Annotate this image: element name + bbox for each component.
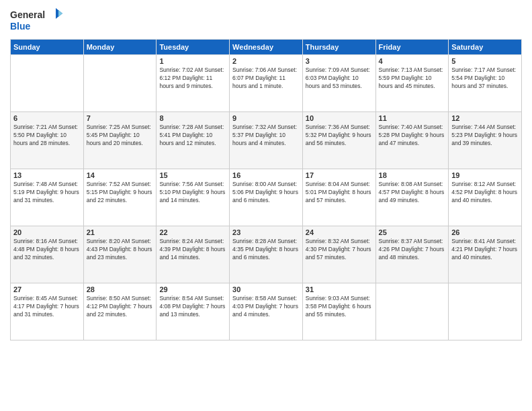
calendar-cell: 23Sunrise: 8:28 AM Sunset: 4:35 PM Dayli…: [230, 226, 303, 283]
day-info: Sunrise: 7:28 AM Sunset: 5:41 PM Dayligh…: [159, 124, 226, 148]
calendar-cell: 16Sunrise: 8:00 AM Sunset: 5:06 PM Dayli…: [230, 169, 303, 226]
calendar-cell: 4Sunrise: 7:13 AM Sunset: 5:59 PM Daylig…: [375, 55, 449, 112]
day-info: Sunrise: 8:24 AM Sunset: 4:39 PM Dayligh…: [159, 238, 226, 262]
day-number: 20: [13, 228, 81, 236]
calendar-cell: 12Sunrise: 7:44 AM Sunset: 5:23 PM Dayli…: [449, 112, 522, 169]
day-number: 12: [451, 114, 519, 122]
day-info: Sunrise: 7:13 AM Sunset: 5:59 PM Dayligh…: [379, 66, 446, 91]
day-number: 15: [159, 171, 226, 179]
calendar-cell: 17Sunrise: 8:04 AM Sunset: 5:01 PM Dayli…: [302, 169, 375, 226]
day-info: Sunrise: 8:37 AM Sunset: 4:26 PM Dayligh…: [379, 238, 446, 262]
svg-text:Blue: Blue: [10, 21, 31, 32]
day-number: 6: [13, 114, 81, 122]
calendar-cell: 21Sunrise: 8:20 AM Sunset: 4:43 PM Dayli…: [83, 226, 157, 283]
day-number: 22: [159, 228, 226, 236]
day-number: 10: [306, 114, 373, 122]
day-info: Sunrise: 7:21 AM Sunset: 5:50 PM Dayligh…: [13, 124, 81, 148]
weekday-header-row: SundayMondayTuesdayWednesdayThursdayFrid…: [11, 40, 522, 55]
day-info: Sunrise: 7:02 AM Sunset: 6:12 PM Dayligh…: [159, 66, 226, 91]
day-info: Sunrise: 8:00 AM Sunset: 5:06 PM Dayligh…: [232, 181, 300, 205]
calendar-cell: 20Sunrise: 8:16 AM Sunset: 4:48 PM Dayli…: [11, 226, 84, 283]
day-number: 2: [232, 57, 300, 65]
calendar-cell: 18Sunrise: 8:08 AM Sunset: 4:57 PM Dayli…: [375, 169, 449, 226]
calendar-cell: 10Sunrise: 7:36 AM Sunset: 5:32 PM Dayli…: [302, 112, 375, 169]
day-info: Sunrise: 7:25 AM Sunset: 5:45 PM Dayligh…: [87, 124, 154, 148]
day-number: 14: [87, 171, 154, 179]
calendar-cell: 2Sunrise: 7:06 AM Sunset: 6:07 PM Daylig…: [230, 55, 303, 112]
day-info: Sunrise: 7:06 AM Sunset: 6:07 PM Dayligh…: [232, 66, 300, 91]
day-number: 28: [87, 285, 154, 293]
weekday-header-friday: Friday: [375, 40, 449, 55]
calendar-cell: [375, 283, 449, 340]
calendar-cell: 14Sunrise: 7:52 AM Sunset: 5:15 PM Dayli…: [83, 169, 157, 226]
day-info: Sunrise: 8:12 AM Sunset: 4:52 PM Dayligh…: [451, 181, 519, 205]
calendar-cell: 7Sunrise: 7:25 AM Sunset: 5:45 PM Daylig…: [83, 112, 157, 169]
day-info: Sunrise: 8:41 AM Sunset: 4:21 PM Dayligh…: [451, 238, 519, 262]
calendar-cell: 1Sunrise: 7:02 AM Sunset: 6:12 PM Daylig…: [157, 55, 230, 112]
day-info: Sunrise: 7:52 AM Sunset: 5:15 PM Dayligh…: [87, 181, 154, 205]
day-info: Sunrise: 9:03 AM Sunset: 3:58 PM Dayligh…: [306, 295, 373, 319]
day-number: 1: [159, 57, 226, 65]
generalblue-logo-icon: General Blue: [10, 7, 64, 34]
calendar-cell: 26Sunrise: 8:41 AM Sunset: 4:21 PM Dayli…: [449, 226, 522, 283]
day-number: 11: [379, 114, 446, 122]
weekday-header-saturday: Saturday: [449, 40, 522, 55]
day-number: 25: [379, 228, 446, 236]
page-container: General Blue SundayMondayTuesdayWednesda…: [0, 0, 532, 411]
calendar-cell: 19Sunrise: 8:12 AM Sunset: 4:52 PM Dayli…: [449, 169, 522, 226]
day-info: Sunrise: 8:54 AM Sunset: 4:08 PM Dayligh…: [159, 295, 226, 319]
calendar-table: SundayMondayTuesdayWednesdayThursdayFrid…: [10, 39, 522, 340]
day-info: Sunrise: 8:32 AM Sunset: 4:30 PM Dayligh…: [306, 238, 373, 262]
week-row-3: 13Sunrise: 7:48 AM Sunset: 5:19 PM Dayli…: [11, 169, 522, 226]
week-row-2: 6Sunrise: 7:21 AM Sunset: 5:50 PM Daylig…: [11, 112, 522, 169]
calendar-cell: 31Sunrise: 9:03 AM Sunset: 3:58 PM Dayli…: [302, 283, 375, 340]
day-number: 8: [159, 114, 226, 122]
day-number: 24: [306, 228, 373, 236]
day-number: 31: [306, 285, 373, 293]
calendar-cell: 22Sunrise: 8:24 AM Sunset: 4:39 PM Dayli…: [157, 226, 230, 283]
day-number: 17: [306, 171, 373, 179]
day-info: Sunrise: 7:56 AM Sunset: 5:10 PM Dayligh…: [159, 181, 226, 205]
header: General Blue: [10, 7, 522, 34]
day-info: Sunrise: 7:32 AM Sunset: 5:37 PM Dayligh…: [232, 124, 300, 148]
calendar-cell: 8Sunrise: 7:28 AM Sunset: 5:41 PM Daylig…: [157, 112, 230, 169]
day-number: 4: [379, 57, 446, 65]
day-number: 23: [232, 228, 300, 236]
day-number: 19: [451, 171, 519, 179]
calendar-cell: 27Sunrise: 8:45 AM Sunset: 4:17 PM Dayli…: [11, 283, 84, 340]
day-number: 21: [87, 228, 154, 236]
day-number: 7: [87, 114, 154, 122]
calendar-cell: 3Sunrise: 7:09 AM Sunset: 6:03 PM Daylig…: [302, 55, 375, 112]
calendar-cell: 6Sunrise: 7:21 AM Sunset: 5:50 PM Daylig…: [11, 112, 84, 169]
day-number: 30: [232, 285, 300, 293]
weekday-header-wednesday: Wednesday: [230, 40, 303, 55]
svg-marker-2: [58, 10, 62, 17]
logo: General Blue: [10, 7, 64, 34]
calendar-cell: 15Sunrise: 7:56 AM Sunset: 5:10 PM Dayli…: [157, 169, 230, 226]
week-row-1: 1Sunrise: 7:02 AM Sunset: 6:12 PM Daylig…: [11, 55, 522, 112]
calendar-cell: [11, 55, 84, 112]
calendar-cell: 25Sunrise: 8:37 AM Sunset: 4:26 PM Dayli…: [375, 226, 449, 283]
day-number: 9: [232, 114, 300, 122]
day-number: 26: [451, 228, 519, 236]
day-info: Sunrise: 8:04 AM Sunset: 5:01 PM Dayligh…: [306, 181, 373, 205]
day-info: Sunrise: 8:28 AM Sunset: 4:35 PM Dayligh…: [232, 238, 300, 262]
calendar-cell: 9Sunrise: 7:32 AM Sunset: 5:37 PM Daylig…: [230, 112, 303, 169]
weekday-header-monday: Monday: [83, 40, 157, 55]
day-info: Sunrise: 8:45 AM Sunset: 4:17 PM Dayligh…: [13, 295, 81, 319]
weekday-header-thursday: Thursday: [302, 40, 375, 55]
day-info: Sunrise: 7:17 AM Sunset: 5:54 PM Dayligh…: [451, 66, 519, 91]
day-number: 16: [232, 171, 300, 179]
svg-text:General: General: [10, 9, 45, 20]
day-number: 3: [306, 57, 373, 65]
day-info: Sunrise: 8:50 AM Sunset: 4:12 PM Dayligh…: [87, 295, 154, 319]
day-info: Sunrise: 7:44 AM Sunset: 5:23 PM Dayligh…: [451, 124, 519, 148]
day-number: 13: [13, 171, 81, 179]
weekday-header-sunday: Sunday: [11, 40, 84, 55]
day-number: 29: [159, 285, 226, 293]
calendar-cell: 13Sunrise: 7:48 AM Sunset: 5:19 PM Dayli…: [11, 169, 84, 226]
calendar-cell: 5Sunrise: 7:17 AM Sunset: 5:54 PM Daylig…: [449, 55, 522, 112]
day-info: Sunrise: 8:08 AM Sunset: 4:57 PM Dayligh…: [379, 181, 446, 205]
day-number: 18: [379, 171, 446, 179]
week-row-5: 27Sunrise: 8:45 AM Sunset: 4:17 PM Dayli…: [11, 283, 522, 340]
